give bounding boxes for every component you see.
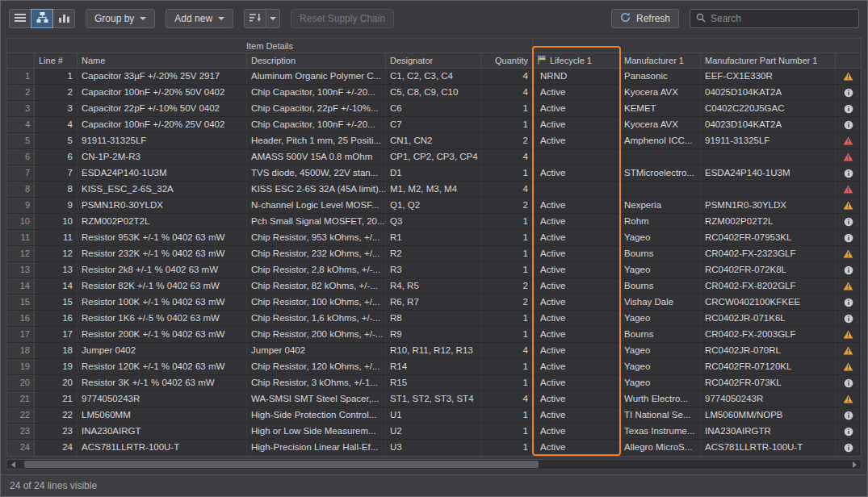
cell-designator: R1	[386, 230, 481, 245]
warning-icon[interactable]	[836, 391, 861, 407]
group-by-button[interactable]: Group by	[86, 9, 155, 28]
cell-quantity: 1	[481, 262, 533, 278]
cell-description: N-channel Logic Level MOSF...	[247, 198, 386, 213]
table-row[interactable]: 1717Resistor 200K +/-1 % 0402 63 mWChip …	[7, 327, 861, 343]
table-row[interactable]: 66CN-1P-2M-R3AMASS 500V 15A 0.8 mOhmCP1,…	[7, 149, 861, 165]
column-header-status[interactable]	[836, 53, 861, 68]
row-number: 18	[7, 343, 35, 358]
info-icon[interactable]	[836, 85, 861, 100]
table-row[interactable]: 44Capacitor 100nF +/-20% 25V 0402Chip Ca…	[7, 117, 861, 133]
cell-mpn: 9774050243R	[701, 391, 836, 407]
error-icon[interactable]	[836, 182, 861, 197]
cell-name: Resistor 1K6 +/-5 % 0402 63 mW	[78, 311, 247, 326]
cell-line-number: 12	[35, 246, 78, 261]
table-row[interactable]: 11Capacitor 33µF +/-20% 25V 2917Aluminum…	[7, 69, 861, 85]
table-row[interactable]: 77ESDA24P140-1U3MTVS diode, 4500W, 22V s…	[7, 165, 861, 182]
cell-designator: R6, R7	[386, 294, 481, 310]
add-new-button[interactable]: Add new	[166, 9, 233, 28]
chart-view-button[interactable]	[52, 9, 75, 28]
cell-lifecycle: Active	[533, 262, 620, 278]
search-input[interactable]	[711, 13, 853, 24]
info-icon[interactable]	[836, 424, 861, 439]
table-row[interactable]: 22Capacitor 100nF +/-20% 50V 0402Chip Ca…	[7, 85, 861, 101]
table-row[interactable]: 1212Resistor 232K +/-1 % 0402 63 mWChip …	[7, 246, 861, 262]
warning-icon[interactable]	[836, 246, 861, 261]
cell-mpn: LM5060MM/NOPB	[701, 407, 836, 423]
warning-icon[interactable]	[836, 198, 861, 213]
table-row[interactable]: 99PSMN1R0-30YLDXN-channel Logic Level MO…	[7, 198, 861, 214]
cell-line-number: 9	[35, 198, 78, 213]
cell-mpn: C0402C220J5GAC	[701, 101, 836, 116]
cell-designator: M1, M2, M3, M4	[386, 182, 481, 197]
column-header-line[interactable]: Line #	[35, 53, 78, 68]
info-icon[interactable]	[836, 117, 861, 132]
cell-quantity: 1	[481, 117, 533, 132]
warning-icon[interactable]	[836, 359, 861, 374]
cell-designator: U2	[386, 424, 481, 439]
info-icon[interactable]	[836, 101, 861, 116]
group-header-item-details: Item Details	[7, 39, 533, 52]
info-icon[interactable]	[836, 375, 861, 390]
scroll-left-arrow[interactable]	[7, 460, 19, 469]
table-row[interactable]: 2020Resistor 3K +/-1 % 0402 63 mWChip Re…	[7, 375, 861, 391]
table-row[interactable]: 1818Jumper 0402Jumper 0402R10, R11, R12,…	[7, 343, 861, 359]
table-row[interactable]: 88KISS_ESC_2-6S_32AKISS ESC 2-6S 32A (45…	[7, 182, 861, 198]
cell-description: Chip Resistor, 953 kOhms, +/...	[247, 230, 386, 245]
table-row[interactable]: 2222LM5060MMHigh-Side Protection Control…	[7, 407, 861, 424]
column-header-description[interactable]: Description	[247, 53, 386, 68]
horizontal-scrollbar[interactable]	[6, 459, 862, 470]
cell-name: Resistor 120K +/-1 % 0402 63 mW	[78, 359, 247, 374]
column-header-manufacturer[interactable]: Manufacturer 1	[620, 53, 701, 68]
sort-dropdown-button[interactable]	[266, 9, 280, 28]
cell-quantity: 4	[481, 182, 533, 197]
cell-name: Capacitor 100nF +/-20% 50V 0402	[78, 85, 247, 100]
scrollbar-track[interactable]	[19, 460, 849, 469]
info-icon[interactable]	[836, 230, 861, 245]
sort-button[interactable]	[244, 9, 266, 28]
table-row[interactable]: 1010RZM002P02T2LPch Small Signal MOSFET,…	[7, 214, 861, 230]
info-icon[interactable]	[836, 440, 861, 456]
column-header-designator[interactable]: Designator	[386, 53, 481, 68]
table-row[interactable]: 21219774050243RWA-SMSI SMT Steel Spacer,…	[7, 391, 861, 407]
table-row[interactable]: 5591911-31325LFHeader, Pitch 1 mm, 25 Po…	[7, 133, 861, 149]
warning-icon[interactable]	[836, 69, 861, 84]
scroll-right-arrow[interactable]	[849, 460, 861, 469]
info-icon[interactable]	[836, 165, 861, 181]
refresh-button[interactable]: Refresh	[611, 9, 679, 28]
info-icon[interactable]	[836, 214, 861, 229]
error-icon[interactable]	[836, 133, 861, 148]
info-icon[interactable]	[836, 407, 861, 423]
cell-quantity: 1	[481, 101, 533, 116]
cell-manufacturer: KEMET	[620, 101, 701, 116]
column-header-mpn[interactable]: Manufacturer Part Number 1	[701, 53, 836, 68]
table-row[interactable]: 1111Resistor 953K +/-1 % 0402 63 mWChip …	[7, 230, 861, 246]
error-icon[interactable]	[836, 149, 861, 165]
table-row[interactable]: 1616Resistor 1K6 +/-5 % 0402 63 mWChip R…	[7, 311, 861, 327]
column-header-name[interactable]: Name	[78, 53, 247, 68]
table-row[interactable]: 1313Resistor 2k8 +/-1 % 0402 63 mWChip R…	[7, 262, 861, 278]
info-icon[interactable]	[836, 294, 861, 310]
column-header-quantity[interactable]: Quantity	[481, 53, 533, 68]
table-row[interactable]: 33Capacitor 22pF +/-10% 50V 0402Chip Cap…	[7, 101, 861, 117]
table-row[interactable]: 1414Resistor 82K +/-1 % 0402 63 mWChip R…	[7, 278, 861, 294]
warning-icon[interactable]	[836, 343, 861, 358]
table-row[interactable]: 2424ACS781LLRTR-100U-THigh-Precision Lin…	[7, 440, 861, 456]
warning-icon[interactable]	[836, 278, 861, 294]
warning-icon[interactable]	[836, 327, 861, 342]
cell-designator: R15	[386, 375, 481, 390]
table-row[interactable]: 1515Resistor 100K +/-1 % 0402 63 mWChip …	[7, 294, 861, 311]
info-icon[interactable]	[836, 311, 861, 326]
cell-name: Capacitor 22pF +/-10% 50V 0402	[78, 101, 247, 116]
column-header-select[interactable]	[7, 53, 35, 68]
table-row[interactable]: 1919Resistor 120K +/-1 % 0402 63 mWChip …	[7, 359, 861, 375]
table-row[interactable]: 2323INA230AIRGTHigh or Low Side Measurem…	[7, 424, 861, 440]
column-header-lifecycle[interactable]: Lifecycle 1	[533, 53, 620, 68]
scrollbar-thumb[interactable]	[24, 461, 539, 468]
flat-list-view-button[interactable]	[9, 9, 31, 28]
reset-supply-chain-button: Reset Supply Chain	[291, 9, 394, 28]
info-icon[interactable]	[836, 262, 861, 278]
cell-designator: Q3	[386, 214, 481, 229]
cell-designator: CP1, CP2, CP3, CP4	[386, 149, 481, 165]
grouped-view-button[interactable]	[31, 9, 53, 28]
cell-line-number: 18	[35, 343, 78, 358]
